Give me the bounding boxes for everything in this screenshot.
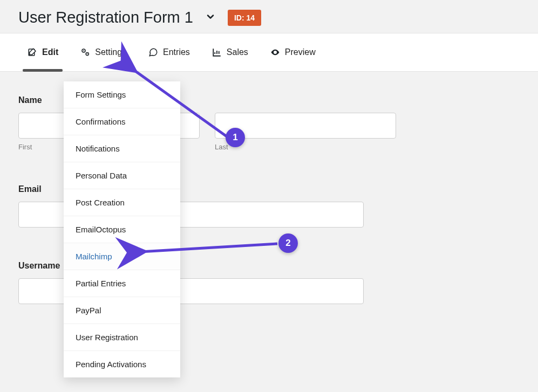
tab-bar: Edit Settings Entries Sales Preview	[0, 33, 538, 72]
chevron-down-icon	[205, 11, 216, 24]
page-title: User Registration Form 1	[18, 9, 193, 26]
tab-label: Entries	[163, 47, 190, 57]
form-id-badge: ID: 14	[228, 10, 261, 26]
gears-icon	[80, 47, 91, 57]
eye-icon	[270, 47, 281, 57]
tab-preview[interactable]: Preview	[259, 33, 326, 71]
edit-icon	[27, 47, 38, 57]
form-switcher-button[interactable]	[203, 9, 218, 26]
comment-icon	[148, 47, 159, 57]
dropdown-item-partial-entries[interactable]: Partial Entries	[64, 270, 180, 297]
dropdown-item-user-registration[interactable]: User Registration	[64, 324, 180, 351]
annotation-marker-2: 2	[278, 233, 298, 253]
annotation-marker-1: 1	[226, 128, 245, 147]
tab-label: Edit	[42, 47, 58, 57]
bar-chart-icon	[212, 47, 222, 57]
page-header: User Registration Form 1 ID: 14	[0, 0, 538, 33]
dropdown-item-personal-data[interactable]: Personal Data	[64, 162, 180, 189]
tab-edit[interactable]: Edit	[16, 33, 69, 71]
tab-label: Sales	[227, 47, 248, 57]
dropdown-item-emailoctopus[interactable]: EmailOctopus	[64, 216, 180, 243]
svg-point-2	[83, 50, 84, 51]
dropdown-item-paypal[interactable]: PayPal	[64, 297, 180, 324]
dropdown-item-post-creation[interactable]: Post Creation	[64, 189, 180, 216]
svg-point-5	[274, 52, 276, 53]
svg-line-7	[140, 244, 277, 252]
annotation-arrow-1	[124, 62, 237, 143]
annotation-arrow-2	[133, 241, 289, 263]
tab-label: Settings	[95, 47, 126, 57]
dropdown-item-pending-activations[interactable]: Pending Activations	[64, 351, 180, 377]
tab-label: Preview	[285, 47, 316, 57]
svg-line-6	[132, 68, 227, 136]
svg-point-4	[87, 53, 88, 54]
